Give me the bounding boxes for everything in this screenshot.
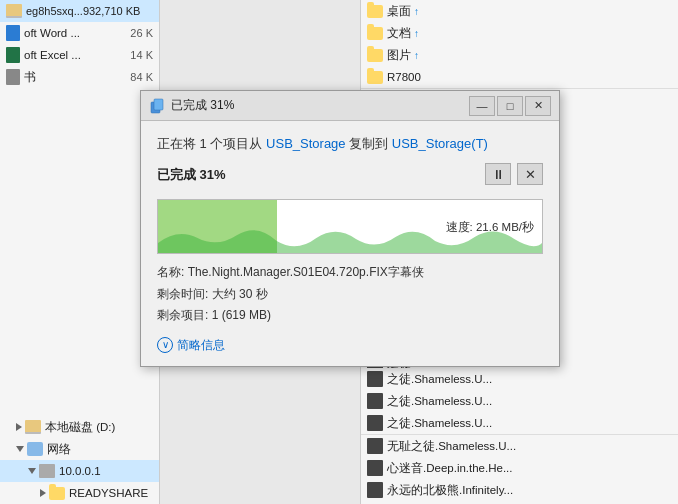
progress-bar-container: 速度: 21.6 MB/秒 — [157, 199, 543, 254]
list-item[interactable]: 书 84 K — [0, 66, 159, 88]
list-item[interactable]: 之徒.Shameless.U... — [361, 390, 678, 412]
items-label: 剩余项目: 1 (619 MB) — [157, 308, 271, 322]
list-item[interactable]: oft Excel ... 14 K — [0, 44, 159, 66]
cancel-button[interactable]: ✕ — [517, 163, 543, 185]
list-item[interactable]: 桌面 ↑ — [361, 0, 678, 22]
pin-indicator: ↑ — [414, 50, 419, 61]
item-label: 本地磁盘 (D:) — [45, 420, 115, 435]
expand-label: 简略信息 — [177, 337, 225, 354]
file-name: 无耻之徒.Shameless.U... — [387, 439, 516, 454]
item-label: 10.0.0.1 — [59, 465, 101, 477]
maximize-button[interactable]: □ — [497, 96, 523, 116]
file-name: 之徒.Shameless.U... — [387, 394, 492, 409]
file-name: oft Excel ... — [24, 49, 126, 61]
progress-speed: 速度: 21.6 MB/秒 — [446, 219, 534, 234]
file-name: 之徒.Shameless.U... — [387, 372, 492, 387]
expand-icon — [16, 446, 24, 452]
drive-icon — [6, 4, 22, 18]
folder-icon — [367, 71, 383, 84]
destination-link[interactable]: USB_Storage(T) — [392, 136, 488, 151]
file-name: 心迷音.Deep.in.the.He... — [387, 461, 513, 476]
copy-dialog: 已完成 31% — □ ✕ 正在将 1 个项目从 USB_Storage 复制到… — [140, 90, 560, 367]
items-row: 剩余项目: 1 (619 MB) — [157, 305, 543, 327]
left-file-panel: eg8h5sxq... 932,710 KB oft Word ... 26 K… — [0, 0, 160, 504]
filename-label: 名称: The.Night.Manager.S01E04.720p.FIX字幕侠 — [157, 265, 424, 279]
copy-icon — [149, 98, 165, 114]
expand-details[interactable]: ∨ 简略信息 — [157, 337, 543, 354]
list-item[interactable]: 文档 ↑ — [361, 22, 678, 44]
list-item[interactable]: 心迷音.Deep.in.the.He... — [361, 457, 678, 479]
right-bottom-panel: 之徒.Shameless.U... 之徒.Shameless.U... 之徒.S… — [360, 368, 678, 504]
list-item[interactable]: 网络 — [0, 438, 159, 460]
filename-row: 名称: The.Night.Manager.S01E04.720p.FIX字幕侠 — [157, 262, 543, 284]
network-icon — [27, 442, 43, 456]
list-item[interactable]: R7800 — [361, 66, 678, 88]
window-controls: — □ ✕ — [469, 96, 551, 116]
dialog-body: 正在将 1 个项目从 USB_Storage 复制到 USB_Storage(T… — [141, 121, 559, 366]
file-size: 26 K — [130, 27, 153, 39]
list-item[interactable]: eg8h5sxq... 932,710 KB — [0, 0, 159, 22]
video-icon — [367, 482, 383, 498]
chevron-down-icon: ∨ — [157, 337, 173, 353]
svg-rect-1 — [154, 99, 163, 110]
word-icon — [6, 25, 20, 41]
progress-controls: ⏸ ✕ — [485, 163, 543, 185]
folder-icon — [367, 5, 383, 18]
folder-icon — [367, 27, 383, 40]
video-icon — [367, 371, 383, 387]
list-item[interactable]: 之徒.Shameless.U... — [361, 368, 678, 390]
list-item[interactable]: 本地磁盘 (D:) — [0, 416, 159, 438]
time-label: 剩余时间: 大约 30 秒 — [157, 287, 268, 301]
item-label: 网络 — [47, 442, 71, 457]
file-name: eg8h5sxq... — [26, 5, 83, 17]
file-size: 84 K — [130, 71, 153, 83]
file-name: 书 — [24, 70, 126, 85]
video-icon — [367, 415, 383, 431]
dialog-subtitle: 正在将 1 个项目从 USB_Storage 复制到 USB_Storage(T… — [157, 135, 543, 153]
pin-indicator: ↑ — [414, 28, 419, 39]
file-name: 桌面 — [387, 4, 411, 19]
bottom-nav: 本地磁盘 (D:) 网络 10.0.0.1 READYSHARE — [0, 416, 159, 504]
file-name: R7800 — [387, 71, 421, 83]
file-name: 文档 — [387, 26, 411, 41]
file-name: 永远的北极熊.Infinitely... — [387, 483, 513, 498]
list-item[interactable]: READYSHARE — [0, 482, 159, 504]
list-item[interactable]: 图片 ↑ — [361, 44, 678, 66]
list-item[interactable]: 之徒.Shameless.U... — [361, 412, 678, 434]
pause-button[interactable]: ⏸ — [485, 163, 511, 185]
file-name: oft Word ... — [24, 27, 126, 39]
drive-icon — [25, 420, 41, 434]
progress-title: 已完成 31% — [157, 166, 226, 184]
list-item[interactable]: 无耻之徒.Shameless.U... — [361, 435, 678, 457]
folder-icon — [367, 49, 383, 62]
file-size: 932,710 KB — [83, 5, 141, 17]
video-icon — [367, 393, 383, 409]
list-item[interactable]: 永远的北极熊.Infinitely... — [361, 479, 678, 501]
expand-icon — [16, 423, 22, 431]
pin-indicator: ↑ — [414, 6, 419, 17]
folder-icon — [49, 487, 65, 500]
file-name: 图片 — [387, 48, 411, 63]
item-label: READYSHARE — [69, 487, 148, 499]
video-icon — [367, 460, 383, 476]
time-row: 剩余时间: 大约 30 秒 — [157, 284, 543, 306]
file-name: 之徒.Shameless.U... — [387, 416, 492, 431]
expand-icon — [28, 468, 36, 474]
source-link[interactable]: USB_Storage — [266, 136, 346, 151]
computer-icon — [39, 464, 55, 478]
file-size: 14 K — [130, 49, 153, 61]
dialog-title: 已完成 31% — [171, 97, 469, 114]
close-button[interactable]: ✕ — [525, 96, 551, 116]
file-icon — [6, 69, 20, 85]
video-icon — [367, 438, 383, 454]
list-item[interactable]: 10.0.0.1 — [0, 460, 159, 482]
expand-icon — [40, 489, 46, 497]
minimize-button[interactable]: — — [469, 96, 495, 116]
excel-icon — [6, 47, 20, 63]
list-item[interactable]: oft Word ... 26 K — [0, 22, 159, 44]
dialog-info: 名称: The.Night.Manager.S01E04.720p.FIX字幕侠… — [157, 262, 543, 327]
dialog-titlebar: 已完成 31% — □ ✕ — [141, 91, 559, 121]
